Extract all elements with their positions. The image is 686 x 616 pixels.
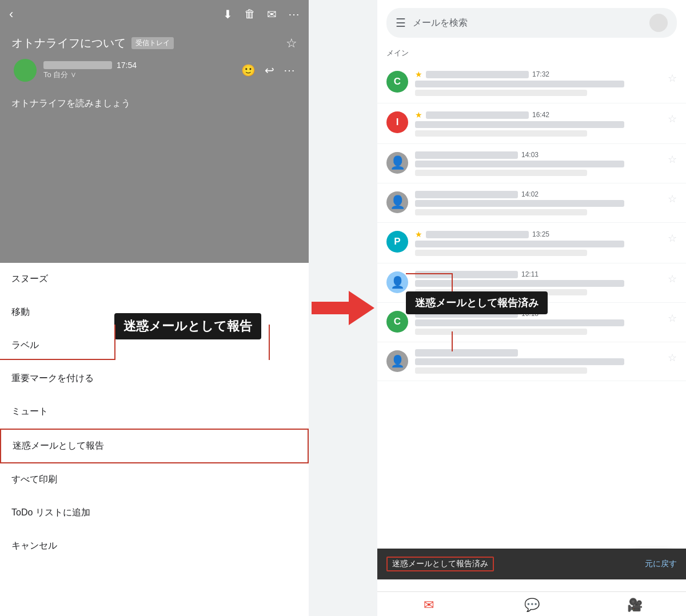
toolbar-icons: ⬇ 🗑 ✉ ⋯ bbox=[223, 7, 300, 21]
emoji-react-icon[interactable]: 🙂 bbox=[241, 63, 256, 77]
menu-item-label[interactable]: ラベル bbox=[0, 329, 309, 362]
sender-time: 17:54 bbox=[117, 61, 137, 70]
row-star-right-4[interactable]: ☆ bbox=[668, 232, 677, 245]
row-time-0: 17:32 bbox=[532, 70, 549, 78]
row-time-5: 12:11 bbox=[521, 270, 539, 278]
email-header: オトナライフについて 受信トレイ ☆ 17:54 To 自分 ∨ 🙂 bbox=[0, 29, 309, 86]
row-sender-blur-5 bbox=[415, 271, 518, 278]
email-row-top-4: ★ 13:25 bbox=[415, 230, 661, 239]
menu-item-cancel[interactable]: キャンセル bbox=[0, 530, 309, 563]
email-row-content-1: ★ 16:42 bbox=[415, 110, 661, 137]
sender-to[interactable]: To 自分 ∨ bbox=[43, 70, 234, 80]
trash-icon[interactable]: 🗑 bbox=[244, 7, 256, 21]
row-preview-0 bbox=[415, 90, 587, 96]
row-time-4: 13:25 bbox=[532, 230, 549, 238]
menu-item-print[interactable]: すべて印刷 bbox=[0, 463, 309, 497]
email-avatar-2: 👤 bbox=[386, 152, 408, 174]
email-body: オトナライフを読みましょう bbox=[0, 86, 309, 263]
row-subject-6 bbox=[415, 319, 624, 326]
snackbar: 迷惑メールとして報告済み 元に戻す bbox=[377, 549, 686, 579]
row-preview-2 bbox=[415, 170, 587, 176]
menu-item-todo[interactable]: ToDo リストに追加 bbox=[0, 497, 309, 530]
email-subject: オトナライフについて bbox=[11, 35, 126, 51]
reply-icon[interactable]: ↩ bbox=[265, 63, 274, 77]
row-star-right-2[interactable]: ☆ bbox=[668, 153, 677, 166]
email-avatar-5: 👤 bbox=[386, 271, 408, 293]
menu-item-mute[interactable]: ミュート bbox=[0, 395, 309, 429]
email-row-6[interactable]: C 10:18 ☆ bbox=[377, 303, 686, 342]
row-star-right-1[interactable]: ☆ bbox=[668, 113, 677, 125]
email-toolbar: ‹ ⬇ 🗑 ✉ ⋯ bbox=[0, 0, 309, 29]
email-row-content-4: ★ 13:25 bbox=[415, 230, 661, 256]
right-connector-snackbar-v bbox=[452, 331, 453, 351]
email-row-content-2: 14:03 bbox=[415, 151, 661, 176]
row-star-right-3[interactable]: ☆ bbox=[668, 193, 677, 205]
back-button[interactable]: ‹ bbox=[9, 7, 13, 22]
row-preview-1 bbox=[415, 130, 587, 137]
email-row-top-6: 10:18 bbox=[415, 310, 661, 318]
menu-item-report-spam[interactable]: 迷惑メールとして報告 bbox=[0, 429, 309, 463]
row-sender-blur-6 bbox=[415, 310, 518, 318]
left-panel: ‹ ⬇ 🗑 ✉ ⋯ オトナライフについて 受信トレイ ☆ 17:54 bbox=[0, 0, 309, 616]
menu-item-snooze[interactable]: スヌーズ bbox=[0, 263, 309, 296]
email-row-1[interactable]: I ★ 16:42 ☆ bbox=[377, 103, 686, 144]
mail-nav-icon: ✉ bbox=[424, 598, 434, 613]
nav-meet[interactable]: 🎥 bbox=[583, 598, 686, 613]
sender-avatar bbox=[14, 59, 37, 82]
right-connector-v bbox=[452, 273, 453, 291]
nav-chat[interactable]: 💬 bbox=[480, 598, 583, 613]
hamburger-icon[interactable]: ☰ bbox=[396, 16, 406, 30]
email-row-top-1: ★ 16:42 bbox=[415, 110, 661, 119]
email-avatar-7: 👤 bbox=[386, 350, 408, 372]
connector-left-top bbox=[114, 325, 115, 360]
row-subject-2 bbox=[415, 161, 624, 167]
row-star-right-5[interactable]: ☆ bbox=[668, 273, 677, 285]
email-row[interactable]: C ★ 17:32 ☆ bbox=[377, 63, 686, 103]
row-preview-5 bbox=[415, 289, 587, 295]
row-star-right-7[interactable]: ☆ bbox=[668, 351, 677, 364]
search-bar[interactable]: ☰ メールを検索 bbox=[386, 8, 677, 38]
menu-item-move[interactable]: 移動 bbox=[0, 296, 309, 329]
row-star-right-6[interactable]: ☆ bbox=[668, 312, 677, 325]
more-icon[interactable]: ⋯ bbox=[288, 7, 300, 21]
mark-read-icon[interactable]: ✉ bbox=[267, 7, 277, 21]
nav-mail[interactable]: ✉ bbox=[377, 598, 480, 613]
row-subject-7 bbox=[415, 358, 624, 365]
connector-bottom-left bbox=[0, 359, 114, 360]
sender-row: 17:54 To 自分 ∨ 🙂 ↩ ⋯ bbox=[11, 59, 297, 82]
search-input[interactable]: メールを検索 bbox=[413, 17, 643, 29]
email-view: ‹ ⬇ 🗑 ✉ ⋯ オトナライフについて 受信トレイ ☆ 17:54 bbox=[0, 0, 309, 263]
row-sender-blur-0 bbox=[426, 71, 529, 78]
email-row-top-3: 14:02 bbox=[415, 190, 661, 198]
row-time-2: 14:03 bbox=[521, 151, 539, 159]
email-row-7[interactable]: 👤 ☆ bbox=[377, 342, 686, 381]
archive-icon[interactable]: ⬇ bbox=[223, 7, 233, 21]
email-avatar-0: C bbox=[386, 71, 408, 93]
row-star-right-0[interactable]: ☆ bbox=[668, 72, 677, 85]
row-sender-blur-7 bbox=[415, 349, 518, 357]
star-icon[interactable]: ☆ bbox=[286, 36, 297, 51]
snackbar-undo[interactable]: 元に戻す bbox=[645, 559, 677, 569]
email-row-4[interactable]: P ★ 13:25 ☆ bbox=[377, 223, 686, 263]
search-avatar[interactable] bbox=[649, 14, 668, 32]
section-label: メイン bbox=[377, 46, 686, 63]
email-row-2[interactable]: 👤 14:03 ☆ bbox=[377, 144, 686, 183]
row-time-1: 16:42 bbox=[532, 111, 549, 119]
row-preview-4 bbox=[415, 250, 587, 256]
transition-arrow bbox=[309, 0, 377, 616]
email-row-3[interactable]: 👤 14:02 ☆ bbox=[377, 183, 686, 223]
menu-item-important[interactable]: 重要マークを付ける bbox=[0, 362, 309, 395]
connector-right-down bbox=[269, 325, 270, 360]
email-avatar-6: C bbox=[386, 311, 408, 333]
row-subject-5 bbox=[415, 280, 624, 287]
sender-name-blur bbox=[43, 61, 112, 69]
row-time-6: 10:18 bbox=[521, 310, 539, 318]
bottom-nav: ✉ 💬 🎥 bbox=[377, 591, 686, 616]
row-preview-3 bbox=[415, 209, 587, 215]
email-avatar-1: I bbox=[386, 111, 408, 133]
more-actions-icon[interactable]: ⋯ bbox=[284, 63, 295, 77]
email-row-content-7 bbox=[415, 349, 661, 374]
meet-nav-icon: 🎥 bbox=[627, 598, 643, 613]
email-row-5[interactable]: 👤 12:11 ☆ bbox=[377, 263, 686, 303]
chat-nav-icon: 💬 bbox=[524, 598, 540, 613]
